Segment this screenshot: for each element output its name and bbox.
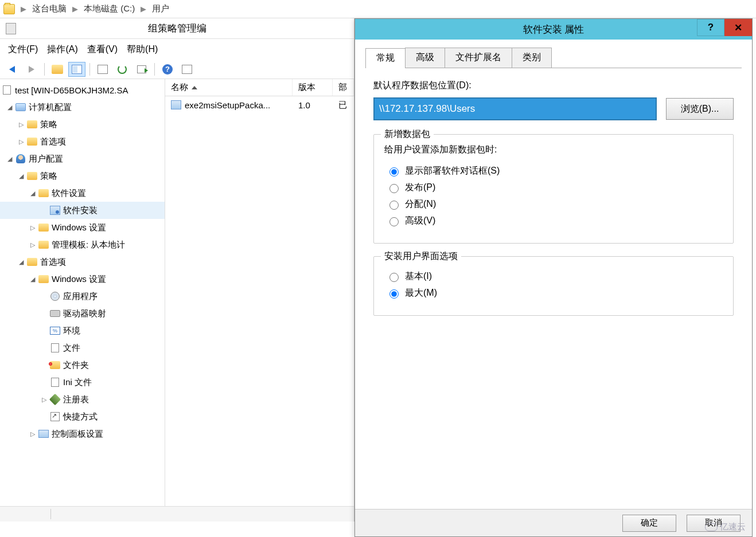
tree-admin-templates[interactable]: ▷管理模板: 从本地计 — [0, 236, 165, 253]
tab-category[interactable]: 类别 — [512, 48, 552, 68]
help-button[interactable]: ? — [159, 62, 176, 77]
tree-user-config[interactable]: ◢用户配置 — [0, 150, 165, 167]
radio-assign[interactable]: 分配(N) — [387, 198, 723, 210]
breadcrumb-item[interactable]: 这台电脑 — [32, 3, 67, 14]
tab-general[interactable]: 常规 — [365, 48, 406, 68]
registry-icon — [49, 394, 61, 405]
expand-icon[interactable]: ▷ — [29, 430, 37, 438]
properties-icon — [182, 65, 192, 74]
collapse-icon[interactable]: ◢ — [29, 276, 37, 283]
dialog-close-button[interactable]: ✕ — [724, 19, 752, 36]
forward-button[interactable] — [23, 62, 40, 77]
tree-registry[interactable]: ▷注册表 — [0, 391, 165, 408]
sort-asc-icon — [192, 86, 197, 89]
breadcrumb-bar: ▶ 这台电脑 ▶ 本地磁盘 (C:) ▶ 用户 — [0, 0, 756, 18]
expand-icon[interactable]: ▷ — [17, 138, 25, 146]
list-row[interactable]: exe2msiSetupPacka... 1.0 已 — [165, 96, 354, 113]
package-path-input[interactable] — [373, 97, 657, 120]
ini-icon — [51, 378, 59, 387]
export-button[interactable] — [133, 62, 150, 77]
up-button[interactable] — [49, 62, 66, 77]
expand-icon[interactable]: ▷ — [40, 396, 48, 403]
export-icon — [137, 65, 146, 73]
collapse-icon[interactable]: ◢ — [29, 190, 37, 197]
tree-preferences[interactable]: ▷首选项 — [0, 133, 165, 150]
software-install-icon — [50, 206, 60, 215]
menubar: 文件(F) 操作(A) 查看(V) 帮助(H) — [0, 39, 354, 60]
tree-windows-settings[interactable]: ◢Windows 设置 — [0, 271, 165, 288]
tree-control-panel[interactable]: ▷控制面板设置 — [0, 425, 165, 442]
collapse-icon[interactable]: ◢ — [17, 258, 25, 266]
folder-icon — [27, 258, 37, 266]
arrow-left-icon — [9, 66, 15, 73]
col-name[interactable]: 名称 — [165, 79, 293, 96]
delete-button[interactable] — [94, 62, 111, 77]
refresh-button[interactable] — [114, 62, 131, 77]
menu-help[interactable]: 帮助(H) — [124, 42, 160, 57]
tree-root[interactable]: test [WIN-D65BOKJH3M2.SA — [0, 81, 165, 99]
tree-folders[interactable]: 文件夹 — [0, 356, 165, 374]
collapse-icon[interactable]: ◢ — [6, 155, 14, 163]
menu-view[interactable]: 查看(V) — [85, 42, 120, 57]
tree-windows-settings[interactable]: ▷Windows 设置 — [0, 219, 165, 236]
breadcrumb-item[interactable]: 本地磁盘 (C:) — [84, 3, 135, 14]
tree-software-settings[interactable]: ◢软件设置 — [0, 185, 165, 202]
radio-advanced[interactable]: 高级(V) — [387, 215, 723, 227]
window-icon — [98, 65, 108, 74]
tree-policy[interactable]: ◢策略 — [0, 167, 165, 185]
expand-icon[interactable]: ▷ — [29, 224, 37, 232]
drive-icon — [50, 310, 60, 317]
group-title: 安装用户界面选项 — [381, 250, 461, 262]
tree-preferences[interactable]: ◢首选项 — [0, 253, 165, 271]
ui-options-group: 安装用户界面选项 基本(I) 最大(M) — [373, 256, 734, 316]
properties-dialog: 软件安装 属性 ? ✕ 常规 高级 文件扩展名 类别 默认程序数据包位置(D):… — [354, 18, 753, 537]
toolbar-divider — [44, 63, 45, 76]
toolbar: ? — [0, 60, 354, 79]
tree-files[interactable]: 文件 — [0, 339, 165, 356]
refresh-icon — [118, 65, 127, 74]
list-cell-name: exe2msiSetupPacka... — [185, 100, 270, 110]
status-bar — [0, 506, 354, 522]
dialog-title-bar[interactable]: 软件安装 属性 ? ✕ — [355, 19, 752, 40]
gpedit-window: 组策略管理编 文件(F) 操作(A) 查看(V) 帮助(H) ? tes — [0, 18, 354, 522]
computer-icon — [15, 103, 26, 111]
collapse-icon[interactable]: ◢ — [17, 173, 25, 180]
cd-icon — [50, 292, 60, 301]
expand-icon[interactable]: ▷ — [17, 121, 25, 128]
tab-file-ext[interactable]: 文件扩展名 — [445, 48, 512, 68]
tree-drive-maps[interactable]: 驱动器映射 — [0, 305, 165, 322]
expand-icon[interactable]: ▷ — [29, 241, 37, 249]
folder-icon — [38, 224, 49, 232]
app-icon — [6, 23, 16, 34]
ok-button[interactable]: 确定 — [622, 515, 676, 532]
radio-max[interactable]: 最大(M) — [387, 287, 723, 299]
radio-basic[interactable]: 基本(I) — [387, 271, 723, 283]
show-tree-button[interactable] — [68, 62, 85, 77]
tree-ini[interactable]: Ini 文件 — [0, 374, 165, 391]
tree-policy[interactable]: ▷策略 — [0, 116, 165, 133]
properties-button[interactable] — [178, 62, 196, 77]
breadcrumb-item[interactable]: 用户 — [152, 3, 169, 14]
tree-software-install[interactable]: 软件安装 — [0, 202, 165, 219]
tree-computer-config[interactable]: ◢计算机配置 — [0, 99, 165, 116]
tree-shortcuts[interactable]: 快捷方式 — [0, 408, 165, 425]
tab-advanced[interactable]: 高级 — [405, 48, 445, 68]
back-button[interactable] — [3, 62, 21, 77]
menu-action[interactable]: 操作(A) — [45, 42, 80, 57]
col-version[interactable]: 版本 — [293, 79, 333, 96]
browse-button[interactable]: 浏览(B)... — [666, 98, 734, 120]
menu-file[interactable]: 文件(F) — [6, 42, 40, 57]
list-header: 名称 版本 部 — [165, 79, 354, 96]
new-package-group: 新增数据包 给用户设置添加新数据包时: 显示部署软件对话框(S) 发布(P) 分… — [373, 134, 734, 244]
folder-icon — [27, 172, 37, 180]
tree-apps[interactable]: 应用程序 — [0, 288, 165, 305]
dialog-help-button[interactable]: ? — [697, 19, 724, 36]
folder-icon — [3, 4, 15, 14]
collapse-icon[interactable]: ◢ — [6, 104, 14, 111]
col-deploy[interactable]: 部 — [333, 79, 354, 96]
arrow-right-icon — [29, 66, 34, 73]
toolbar-divider — [154, 63, 155, 76]
radio-show-dialog[interactable]: 显示部署软件对话框(S) — [387, 165, 723, 177]
radio-publish[interactable]: 发布(P) — [387, 182, 723, 194]
tree-env[interactable]: %环境 — [0, 322, 165, 339]
